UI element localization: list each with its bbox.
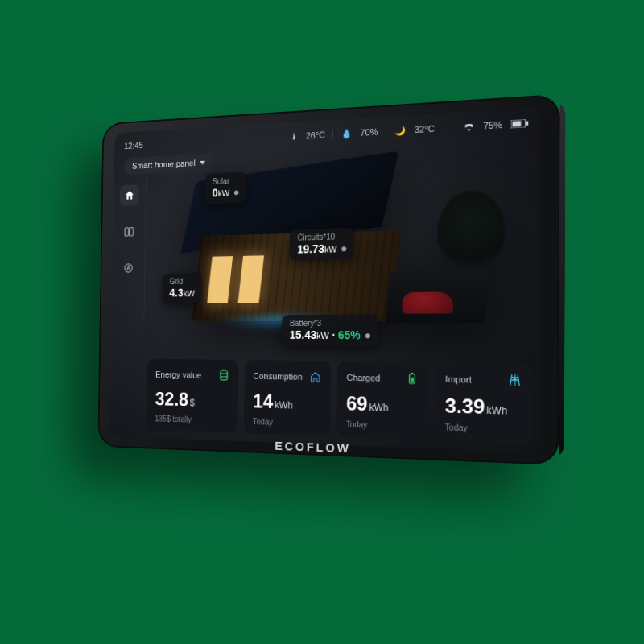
home-icon xyxy=(309,370,322,383)
wifi-icon xyxy=(463,122,475,132)
outdoor-temp: 32°C xyxy=(415,123,435,134)
metric-cards: Energy value 32.8$ 135$ totally Consumpt… xyxy=(147,359,533,444)
side-nav xyxy=(117,184,142,279)
moon-icon: 🌙 xyxy=(394,125,406,136)
card-sub: Today xyxy=(253,417,321,428)
thermometer-icon: 🌡 xyxy=(290,131,299,141)
pylon-icon xyxy=(508,374,522,387)
svg-rect-9 xyxy=(411,378,414,382)
svg-rect-7 xyxy=(409,374,415,384)
card-import[interactable]: Import 3.39kWh Today xyxy=(435,362,532,444)
node-grid[interactable]: Grid 4.3kW xyxy=(162,273,202,303)
svg-rect-8 xyxy=(411,373,413,374)
svg-rect-3 xyxy=(125,228,129,236)
svg-rect-4 xyxy=(130,228,134,236)
droplet-icon: 💧 xyxy=(341,128,353,139)
nav-home[interactable] xyxy=(120,184,139,206)
screen: 12:45 🌡 26°C 💧 70% 🌙 32°C xyxy=(110,107,541,452)
tablet-device: 12:45 🌡 26°C 💧 70% 🌙 32°C xyxy=(97,94,559,465)
card-energy-value[interactable]: Energy value 32.8$ 135$ totally xyxy=(147,359,239,434)
device-battery: 75% xyxy=(483,120,502,131)
card-title: Energy value xyxy=(155,369,201,379)
battery-icon xyxy=(406,372,419,386)
node-battery-label: Battery*3 xyxy=(290,320,370,328)
node-circuits[interactable]: Circuits*10 19.73kW xyxy=(290,228,354,261)
card-title: Consumption xyxy=(253,371,302,382)
node-solar[interactable]: Solar 0kW xyxy=(205,172,246,204)
card-sub: 135$ totally xyxy=(155,415,229,425)
card-charged[interactable]: Charged 69kWh Today xyxy=(336,361,429,440)
card-title: Import xyxy=(445,374,472,385)
card-title: Charged xyxy=(346,373,380,383)
node-solar-label: Solar xyxy=(213,177,239,186)
panel-selector-label: Smart home panel xyxy=(132,158,196,170)
chevron-down-icon xyxy=(200,160,205,164)
node-grid-label: Grid xyxy=(170,278,195,286)
clock: 12:45 xyxy=(124,140,143,151)
indoor-temp: 26°C xyxy=(306,130,325,140)
humidity: 70% xyxy=(361,127,378,138)
card-sub: Today xyxy=(346,420,419,431)
node-battery[interactable]: Battery*3 15.43kW · 65% xyxy=(282,315,378,347)
coin-stack-icon xyxy=(217,369,229,382)
nav-panels[interactable] xyxy=(119,221,138,242)
card-sub: Today xyxy=(445,423,522,435)
card-consumption[interactable]: Consumption 14kWh Today xyxy=(244,360,331,436)
svg-rect-2 xyxy=(526,121,529,125)
svg-rect-0 xyxy=(511,119,526,129)
svg-rect-1 xyxy=(512,121,521,127)
svg-point-6 xyxy=(220,370,227,374)
battery-icon xyxy=(511,119,529,129)
node-circuits-label: Circuits*10 xyxy=(297,233,346,242)
car-icon xyxy=(402,291,453,313)
nav-auto[interactable] xyxy=(118,258,138,279)
